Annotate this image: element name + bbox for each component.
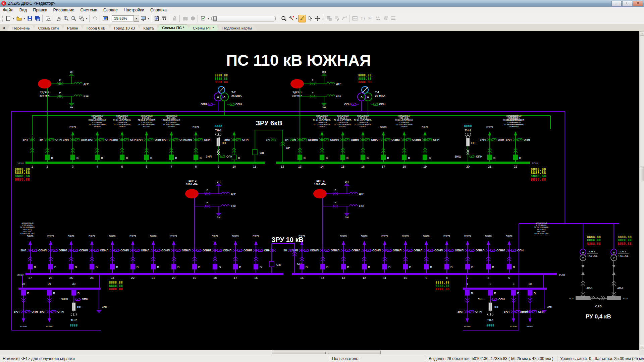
- svg-text:В: В: [51, 156, 53, 160]
- print-preview-button[interactable]: [44, 15, 52, 22]
- zoom-region-button-caret[interactable]: ▼: [85, 15, 88, 22]
- menu-item-2[interactable]: Правка: [30, 8, 50, 12]
- checkbox-button-caret[interactable]: ▼: [207, 15, 210, 22]
- toolbar-separator: [198, 15, 198, 22]
- svg-text:АВ-1: АВ-1: [586, 287, 593, 290]
- menu-item-1[interactable]: Вид: [16, 8, 30, 12]
- zoom-out-button[interactable]: [70, 15, 77, 22]
- zoom-region-button[interactable]: [77, 15, 85, 22]
- list-lines-button: [389, 15, 397, 22]
- svg-text:ОПН: ОПН: [81, 138, 87, 141]
- menu-item-7[interactable]: Справка: [147, 8, 170, 12]
- tab-scroll-left-button[interactable]: ◀: [1, 25, 6, 31]
- monitor-button[interactable]: [139, 15, 147, 22]
- select-cursor-button[interactable]: [306, 15, 314, 22]
- sphere-button: [189, 15, 197, 22]
- title-bar[interactable]: Z ZNZv5 ДИУС <Редактор> – □ ×: [0, 0, 644, 7]
- save-button[interactable]: [26, 15, 34, 22]
- maximize-button[interactable]: □: [622, 1, 632, 6]
- undo-button: [91, 15, 99, 22]
- menu-item-4[interactable]: Система: [77, 8, 100, 12]
- new-document-button-caret[interactable]: ▼: [12, 15, 15, 22]
- svg-text:РУЗУРВ: РУЗУРВ: [193, 126, 199, 128]
- svg-text:РУЗУРВ: РУЗУРВ: [422, 126, 428, 128]
- ru-04kv-section[interactable]: 8888.888888.888888.88ΔYТСН-1160 кВА8888.…: [569, 235, 632, 320]
- svg-text:Δ: Δ: [217, 96, 219, 99]
- new-document-button[interactable]: [4, 15, 12, 22]
- menu-item-5[interactable]: Сервис: [100, 8, 121, 12]
- checkbox-button[interactable]: [199, 15, 207, 22]
- menu-item-3[interactable]: Рисование: [50, 8, 77, 12]
- svg-text:РУЗУРВ: РУЗУРВ: [402, 235, 409, 237]
- open-button-caret[interactable]: ▼: [23, 15, 26, 22]
- svg-text:Δ: Δ: [367, 96, 369, 99]
- tab-схемы-рп-[interactable]: Схемы РП *: [187, 25, 219, 31]
- menu-item-6[interactable]: Настройки: [121, 8, 147, 12]
- tab-город-10-кв[interactable]: Город 10 кВ: [109, 25, 141, 31]
- import-button[interactable]: [160, 15, 168, 22]
- tab-схема-сети[interactable]: Схема сети: [33, 25, 64, 31]
- svg-text:ЗНЛ: ЗНЛ: [123, 249, 129, 252]
- svg-text:1: 1: [31, 165, 33, 168]
- tools-button[interactable]: [287, 15, 295, 22]
- svg-text:ДГР: ДГР: [84, 82, 89, 85]
- monitor-button-caret[interactable]: ▼: [147, 15, 150, 22]
- draw-pencil-button[interactable]: [298, 15, 306, 22]
- tab-схемы-пс-[interactable]: Схемы ПС *: [157, 24, 190, 31]
- svg-text:(КОЛЬЦУЕМЫЙ: (КОЛЬЦУЕМЫЙ: [21, 222, 33, 224]
- search-button[interactable]: [280, 15, 287, 22]
- svg-text:В: В: [471, 265, 473, 269]
- svg-text:С ВВ «КВ-3»: С ВВ «КВ-3»: [338, 117, 347, 119]
- opacity-slider[interactable]: [211, 16, 276, 21]
- horizontal-scrollbar[interactable]: [0, 350, 639, 355]
- svg-text:РУЗУРВ: РУЗУРВ: [27, 235, 34, 237]
- zoom-in-button[interactable]: [62, 15, 70, 22]
- tab-подложка-карты[interactable]: Подложка карты: [217, 25, 257, 31]
- menu-item-0[interactable]: Файл: [0, 8, 16, 12]
- svg-text:С ВВ «КВ-3»: С ВВ «КВ-3»: [117, 117, 127, 119]
- svg-text:Y: Y: [613, 257, 615, 260]
- move-button[interactable]: [314, 15, 321, 22]
- tools-button-caret[interactable]: ▼: [295, 15, 298, 22]
- svg-text:РУЗУРВ: РУЗУРВ: [464, 235, 471, 237]
- open-button[interactable]: [15, 15, 23, 22]
- 10kv-frame[interactable]: [11, 111, 619, 330]
- scroll-up-button[interactable]: ▲: [640, 31, 644, 36]
- zoom-level-dropdown[interactable]: ▼: [134, 15, 139, 22]
- save-all-button[interactable]: [34, 15, 41, 22]
- view-settings-button[interactable]: [101, 15, 109, 22]
- tab-город-6-кв[interactable]: Город 6 кВ: [81, 25, 111, 31]
- horizontal-scrollbar-thumb[interactable]: [272, 351, 381, 354]
- svg-text:С ВВ «КВ-3»: С ВВ «КВ-3»: [142, 117, 151, 119]
- pan-button[interactable]: [54, 15, 62, 22]
- vertical-scrollbar-thumb[interactable]: [640, 167, 644, 181]
- svg-text:5: 5: [508, 276, 510, 280]
- schematic-canvas[interactable]: 1СШ2СШЗРУ 6кВЗНТ1ЗНОПНВ2ЗНЛОПНВ3РУЗУРВЗН…: [0, 31, 639, 350]
- svg-text:(КОЛЬЦУЕМЫЙ: (КОЛЬЦУЕМЫЙ: [165, 115, 177, 117]
- svg-text:В: В: [177, 265, 179, 269]
- svg-text:РЗР: РЗР: [336, 95, 341, 98]
- zru-6kv-section[interactable]: 1СШ2СШЗРУ 6кВЗНТ1ЗНОПНВ2ЗНЛОПНВ3РУЗУРВЗН…: [15, 88, 550, 181]
- svg-text:ЗНЛ: ЗНЛ: [144, 249, 149, 252]
- svg-text:РУЗУРВ: РУЗУРВ: [340, 235, 347, 237]
- zru-10kv-section[interactable]: 2СШ1СШЗРУ 10 кВЗНЛОПНВ27РУЗУРВЗНЛОПНВ26Р…: [14, 198, 565, 327]
- svg-text:ДГР: ДГР: [336, 82, 341, 85]
- svg-text:1СШ: 1СШ: [559, 273, 565, 276]
- tab-район[interactable]: Район: [62, 25, 84, 31]
- svg-text:Р: Р: [334, 201, 336, 204]
- object-list-button[interactable]: [153, 15, 160, 22]
- zoom-level-input[interactable]: 19.53%: [112, 15, 134, 21]
- tab-карта[interactable]: Карта: [138, 25, 159, 31]
- svg-text:ОПН: ОПН: [235, 103, 242, 106]
- close-button[interactable]: ×: [633, 1, 643, 6]
- scroll-down-button[interactable]: ▼: [640, 345, 644, 349]
- diagram-title[interactable]: ПС 110 кВ ЮЖНАЯ: [226, 51, 371, 69]
- minimize-button[interactable]: –: [611, 1, 622, 6]
- svg-text:2: 2: [489, 282, 491, 286]
- tab-перечень[interactable]: Перечень: [7, 25, 35, 31]
- svg-text:Р: Р: [206, 201, 208, 204]
- slider-thumb[interactable]: [213, 16, 217, 21]
- svg-text:РП-1, РП-3): РП-1, РП-3): [537, 229, 546, 231]
- svg-text:РУЗУРВ: РУЗУРВ: [109, 235, 116, 237]
- vertical-scrollbar[interactable]: ▲ ▼: [639, 31, 644, 350]
